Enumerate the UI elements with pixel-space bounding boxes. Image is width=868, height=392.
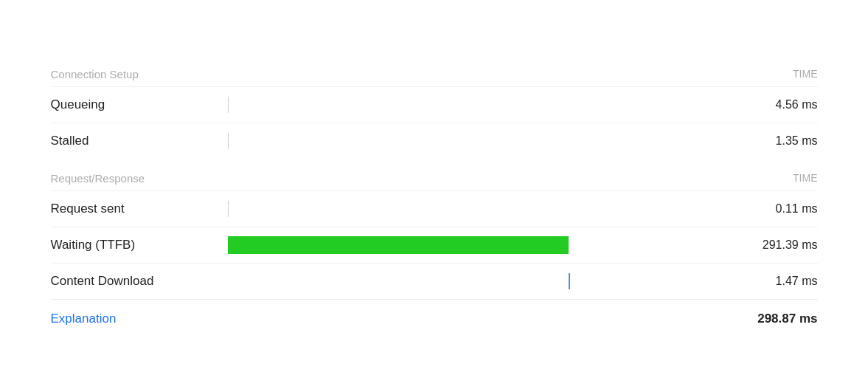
request-sent-label: Request sent [51, 202, 213, 216]
content-download-tick [569, 273, 570, 289]
stalled-time: 1.35 ms [744, 134, 818, 148]
footer-row: Explanation 298.87 ms [51, 299, 818, 332]
request-sent-row: Request sent 0.11 ms [51, 190, 818, 227]
queueing-time: 4.56 ms [744, 98, 818, 111]
request-response-header: Request/Response TIME [51, 165, 818, 190]
queueing-row: Queueing 4.56 ms [51, 86, 818, 123]
explanation-link[interactable]: Explanation [51, 312, 117, 326]
queueing-bar-area [228, 94, 729, 115]
ttfb-bar-area [228, 235, 729, 255]
content-download-time: 1.47 ms [744, 275, 818, 288]
stalled-tick [228, 133, 229, 149]
content-download-bar-area [228, 271, 729, 292]
content-download-row: Content Download 1.47 ms [51, 263, 818, 299]
ttfb-label: Waiting (TTFB) [51, 238, 213, 252]
connection-setup-time-header: TIME [793, 68, 817, 80]
request-sent-bar-area [228, 199, 729, 219]
ttfb-time: 291.39 ms [744, 238, 818, 252]
queueing-tick [228, 97, 229, 113]
ttfb-bar [228, 236, 569, 254]
timing-panel: Connection Setup TIME Queueing 4.56 ms S… [29, 46, 840, 347]
ttfb-row: Waiting (TTFB) 291.39 ms [51, 227, 818, 263]
stalled-bar-area [228, 131, 729, 151]
request-sent-tick [228, 201, 229, 217]
stalled-row: Stalled 1.35 ms [51, 123, 818, 159]
request-sent-time: 0.11 ms [744, 202, 818, 216]
total-time: 298.87 ms [757, 312, 817, 326]
content-download-label: Content Download [51, 274, 213, 289]
request-response-label: Request/Response [51, 172, 145, 185]
stalled-label: Stalled [51, 134, 213, 148]
request-response-time-header: TIME [793, 172, 817, 184]
queueing-label: Queueing [51, 97, 213, 112]
connection-setup-label: Connection Setup [51, 68, 139, 80]
connection-setup-header: Connection Setup TIME [51, 61, 818, 86]
